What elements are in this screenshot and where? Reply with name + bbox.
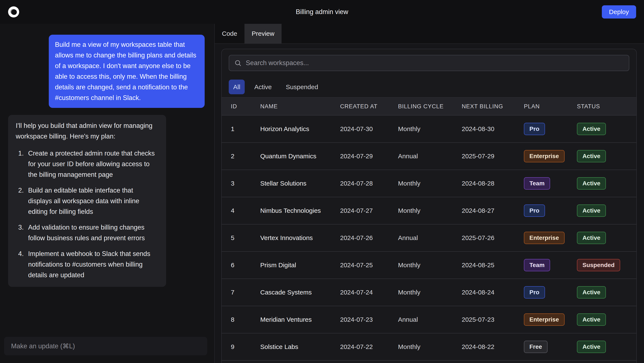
cell-created-at: 2024-07-22 [340,343,398,351]
preview-panel: Code Preview All Active Suspe [215,24,644,363]
search-input[interactable] [245,59,624,67]
status-badge[interactable]: Active [577,341,606,353]
column-header: NEXT BILLING [462,103,524,110]
search-box[interactable] [229,55,629,71]
plan-badge[interactable]: Enterprise [524,314,564,326]
cell-plan: Team [524,259,577,271]
cell-created-at: 2024-07-25 [340,262,398,269]
cell-status: Active [577,123,636,135]
topbar: Billing admin view Deploy [0,0,644,24]
cell-name: Meridian Ventures [260,316,340,323]
column-header: BILLING CYCLE [398,103,462,110]
column-header: CREATED AT [340,103,398,110]
preview-content: All Active Suspended IDNAMECREATED ATBIL… [215,44,644,363]
status-badge[interactable]: Active [577,204,606,217]
cell-created-at: 2024-07-26 [340,234,398,242]
cell-id: 2 [231,153,260,160]
table-row: 5Vertex Innovations2024-07-26Annual2025-… [222,224,636,251]
cell-created-at: 2024-07-24 [340,289,398,296]
plan-step: Add validation to ensure billing changes… [26,222,158,243]
cell-status: Active [577,232,636,244]
page-title: Billing admin view [0,8,644,16]
column-header: ID [231,103,260,110]
cell-plan: Enterprise [524,150,577,162]
cell-billing-cycle: Monthly [398,289,462,296]
cell-status: Active [577,286,636,299]
status-badge[interactable]: Active [577,286,606,299]
cell-created-at: 2024-07-27 [340,207,398,214]
tab-code[interactable]: Code [215,24,244,43]
cell-billing-cycle: Annual [398,316,462,323]
cell-billing-cycle: Annual [398,234,462,242]
cell-id: 8 [231,316,260,323]
status-badge[interactable]: Active [577,123,606,135]
table-row: 9Solstice Labs2024-07-22Monthly2024-08-2… [222,333,636,360]
table-row: 1Horizon Analytics2024-07-30Monthly2024-… [222,115,636,142]
assistant-intro: I'll help you build that admin view for … [16,120,158,142]
cell-next-billing: 2024-08-28 [462,180,524,187]
tab-preview[interactable]: Preview [244,24,282,43]
column-header: STATUS [577,103,636,110]
cell-name: Prism Digital [260,262,340,269]
table-body: 1Horizon Analytics2024-07-30Monthly2024-… [222,115,636,360]
plan-badge[interactable]: Pro [524,123,545,135]
cell-id: 7 [231,289,260,296]
table-row: 3Stellar Solutions2024-07-28Monthly2024-… [222,170,636,197]
tabstrip: Code Preview [215,24,644,44]
table-row: 8Meridian Ventures2024-07-23Annual2025-0… [222,306,636,333]
filter-all[interactable]: All [229,80,245,94]
plan-badge[interactable]: Enterprise [524,150,564,162]
chat-input-field[interactable] [11,342,200,350]
cell-status: Active [577,341,636,353]
cell-created-at: 2024-07-23 [340,316,398,323]
status-badge[interactable]: Active [577,232,606,244]
filter-suspended[interactable]: Suspended [281,80,323,94]
cell-id: 6 [231,262,260,269]
filter-tabs: All Active Suspended [229,80,629,94]
cell-name: Horizon Analytics [260,125,340,133]
plan-step: Create a protected admin route that chec… [26,148,158,180]
cell-plan: Pro [524,204,577,217]
cell-id: 9 [231,343,260,351]
filter-active[interactable]: Active [250,80,276,94]
plan-badge[interactable]: Pro [524,286,545,299]
plan-badge[interactable]: Team [524,259,550,271]
plan-badge[interactable]: Free [524,341,548,353]
main-split: Build me a view of my workspaces table t… [0,24,644,363]
cell-name: Nimbus Technologies [260,207,340,214]
cell-created-at: 2024-07-29 [340,153,398,160]
cell-next-billing: 2024-08-22 [462,343,524,351]
cell-id: 3 [231,180,260,187]
cell-billing-cycle: Monthly [398,125,462,133]
user-message: Build me a view of my workspaces table t… [49,35,205,108]
status-badge[interactable]: Active [577,314,606,326]
cell-billing-cycle: Monthly [398,207,462,214]
chat-panel: Build me a view of my workspaces table t… [0,24,215,363]
assistant-plan-list: Create a protected admin route that chec… [16,148,158,281]
plan-badge[interactable]: Pro [524,204,545,217]
cell-status: Active [577,204,636,217]
status-badge[interactable]: Active [577,177,606,190]
table-row-partial [222,360,636,363]
cell-plan: Enterprise [524,314,577,326]
cell-status: Active [577,314,636,326]
cell-name: Solstice Labs [260,343,340,351]
deploy-button[interactable]: Deploy [602,5,636,18]
table-row: 6Prism Digital2024-07-25Monthly2024-08-2… [222,251,636,279]
cell-id: 4 [231,207,260,214]
table-header: IDNAMECREATED ATBILLING CYCLENEXT BILLIN… [222,97,636,115]
plan-badge[interactable]: Team [524,177,550,190]
chat-input-bar[interactable] [4,337,207,355]
plan-badge[interactable]: Enterprise [524,232,564,244]
column-header: PLAN [524,103,577,110]
cell-next-billing: 2025-07-26 [462,234,524,242]
cell-next-billing: 2024-08-24 [462,289,524,296]
cell-status: Active [577,150,636,162]
cell-id: 5 [231,234,260,242]
search-row [222,49,636,71]
status-badge[interactable]: Suspended [577,259,620,271]
cell-id: 1 [231,125,260,133]
status-badge[interactable]: Active [577,150,606,162]
cell-billing-cycle: Annual [398,153,462,160]
plan-step: Build an editable table interface that d… [26,185,158,217]
